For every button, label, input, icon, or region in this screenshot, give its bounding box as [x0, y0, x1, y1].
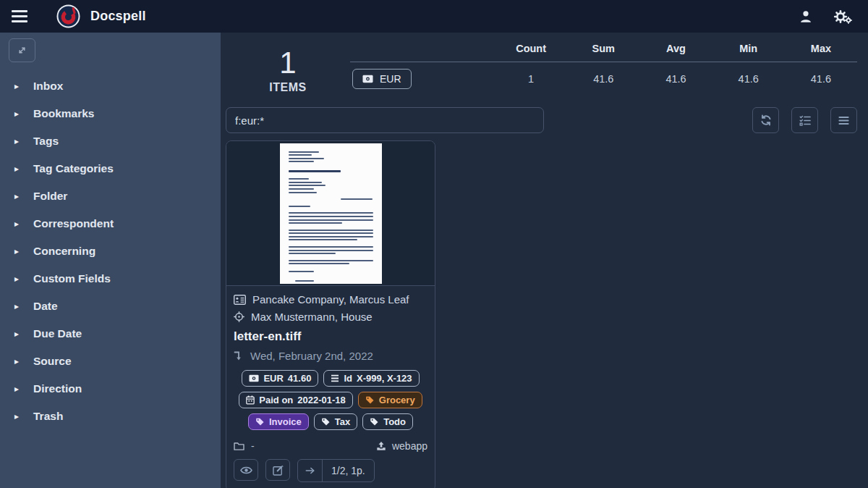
sidebar-item-folder[interactable]: ▸Folder: [9, 182, 212, 210]
tag-badge-invoice[interactable]: Invoice: [248, 413, 309, 430]
tasks-list-icon: [799, 115, 811, 126]
pages-group: 1/2, 1p.: [297, 459, 375, 482]
item-date-line: Wed, February 2nd, 2022: [234, 350, 427, 362]
preview-button[interactable]: [234, 459, 258, 481]
folder-source-row: - webapp: [226, 437, 435, 456]
caret-right-icon: ▸: [14, 82, 21, 91]
sidebar-item-inbox[interactable]: ▸Inbox: [9, 72, 212, 100]
address-card-icon: [234, 295, 246, 305]
menu-icon[interactable]: [12, 10, 27, 22]
caret-right-icon: ▸: [14, 329, 21, 338]
sidebar-item-tag-categories[interactable]: ▸Tag Categories: [9, 155, 212, 182]
item-date: Wed, February 2nd, 2022: [250, 350, 373, 362]
sidebar-item-concerning[interactable]: ▸Concerning: [9, 237, 212, 265]
stat-avg: 41.6: [639, 73, 712, 85]
col-header-sum: Sum: [567, 43, 639, 54]
stat-count: 1: [495, 73, 567, 85]
correspondent-text: Pancake Company, Marcus Leaf: [252, 293, 409, 306]
concerning-text: Max Mustermann, House: [251, 311, 373, 323]
crosshair-icon: [234, 311, 244, 322]
refresh-icon: [760, 114, 772, 126]
top-navbar: Docspell: [0, 0, 868, 33]
main-content: 1 ITEMS Count Sum Avg Min Max EUR: [221, 33, 868, 488]
docspell-logo-icon: [56, 4, 80, 28]
concerning-line: Max Mustermann, House: [234, 311, 427, 323]
source-value: webapp: [392, 440, 427, 452]
sidebar-item-trash[interactable]: ▸Trash: [9, 403, 212, 430]
sidebar-item-date[interactable]: ▸Date: [9, 293, 212, 320]
tag-icon: [255, 417, 265, 426]
pages-label: 1/2, 1p.: [323, 460, 374, 481]
col-header-count: Count: [495, 43, 567, 54]
edit-button[interactable]: [265, 459, 290, 481]
app-title: Docspell: [90, 9, 146, 24]
badge-row-3: Invoice Tax Todo: [234, 413, 427, 430]
table-row: EUR 1 41.6 41.6 41.6 41.6: [350, 62, 857, 89]
search-input[interactable]: [226, 107, 544, 133]
stat-max: 41.6: [785, 73, 857, 85]
col-header-max: Max: [785, 43, 857, 54]
collapse-sidebar-button[interactable]: [9, 38, 35, 62]
badge-row-1: EUR 41.60 Id X-999, X-123: [234, 370, 427, 387]
open-detail-button[interactable]: [298, 460, 323, 481]
stat-min: 41.6: [712, 73, 785, 85]
upload-icon: [376, 441, 386, 451]
amount-badge: EUR 41.60: [242, 370, 318, 387]
select-mode-button[interactable]: [791, 107, 818, 133]
caret-right-icon: ▸: [14, 137, 21, 146]
arrow-turn-down-icon: [234, 351, 242, 361]
sidebar-item-due-date[interactable]: ▸Due Date: [9, 320, 212, 348]
sidebar-item-direction[interactable]: ▸Direction: [9, 375, 212, 403]
currency-stats-table: Count Sum Avg Min Max EUR 1 41.6 41: [350, 43, 857, 89]
refresh-button[interactable]: [752, 107, 779, 133]
item-card[interactable]: Pancake Company, Marcus Leaf Max Musterm…: [226, 140, 435, 488]
badge-row-2: Paid on 2022-01-18 Grocery: [234, 392, 427, 408]
correspondent-line: Pancake Company, Marcus Leaf: [234, 293, 427, 306]
document-thumbnail[interactable]: [226, 141, 435, 286]
caret-right-icon: ▸: [14, 274, 21, 283]
sidebar: ▸Inbox ▸Bookmarks ▸Tags ▸Tag Categories …: [0, 33, 221, 488]
tag-badge-todo[interactable]: Todo: [362, 413, 413, 430]
currency-badge: EUR: [352, 69, 412, 89]
caret-right-icon: ▸: [14, 302, 21, 311]
money-bill-icon: [362, 75, 373, 83]
items-count-label: ITEMS: [226, 81, 350, 94]
tag-icon: [365, 395, 375, 405]
sidebar-item-custom-fields[interactable]: ▸Custom Fields: [9, 265, 212, 293]
sidebar-item-tags[interactable]: ▸Tags: [9, 127, 212, 155]
caret-right-icon: ▸: [14, 247, 21, 256]
sidebar-item-correspondent[interactable]: ▸Correspondent: [9, 210, 212, 237]
card-footer: 1/2, 1p.: [226, 456, 435, 488]
custom-id-badge: Id X-999, X-123: [323, 370, 419, 387]
folder-icon: [234, 442, 244, 451]
user-icon[interactable]: [799, 9, 813, 24]
stats-summary: 1 ITEMS Count Sum Avg Min Max EUR: [226, 41, 857, 94]
tag-category-badge[interactable]: Grocery: [358, 392, 422, 408]
caret-right-icon: ▸: [14, 384, 21, 393]
caret-right-icon: ▸: [14, 192, 21, 201]
menu-options-button[interactable]: [830, 107, 857, 133]
caret-right-icon: ▸: [14, 412, 21, 421]
caret-right-icon: ▸: [14, 219, 21, 228]
settings-gears-icon[interactable]: [833, 9, 852, 25]
paid-date-badge: Paid on 2022-01-18: [239, 392, 352, 408]
stat-sum: 41.6: [567, 73, 639, 85]
folder-value: -: [251, 440, 255, 452]
tag-icon: [370, 417, 379, 426]
tag-icon: [321, 417, 331, 426]
edit-icon: [273, 465, 284, 476]
sidebar-item-bookmarks[interactable]: ▸Bookmarks: [9, 100, 212, 127]
sidebar-nav: ▸Inbox ▸Bookmarks ▸Tags ▸Tag Categories …: [9, 72, 212, 430]
sidebar-item-source[interactable]: ▸Source: [9, 348, 212, 375]
caret-right-icon: ▸: [14, 109, 21, 118]
col-header-avg: Avg: [639, 43, 712, 54]
bars-icon: [331, 374, 339, 382]
arrow-right-icon: [305, 466, 315, 475]
caret-right-icon: ▸: [14, 357, 21, 366]
tag-badge-tax[interactable]: Tax: [314, 413, 357, 430]
caret-right-icon: ▸: [14, 164, 21, 173]
calendar-icon: [246, 395, 255, 405]
item-name[interactable]: letter-en.tiff: [234, 329, 427, 344]
money-bill-icon: [249, 374, 259, 382]
eye-icon: [240, 466, 252, 475]
